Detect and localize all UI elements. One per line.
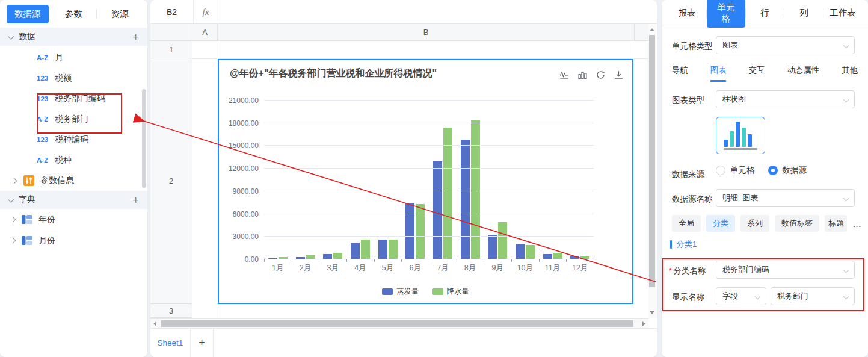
bar[interactable]	[433, 161, 442, 259]
subtab-chart[interactable]: 图表	[710, 60, 727, 83]
bar[interactable]	[378, 240, 387, 259]
more-chips-icon[interactable]: …	[852, 219, 862, 229]
tree-item-tax-amount[interactable]: 123 税额	[0, 68, 147, 88]
chart-type-select[interactable]: 柱状图	[716, 90, 855, 108]
vertical-scrollbar[interactable]	[648, 25, 656, 318]
bar[interactable]	[461, 140, 470, 259]
scroll-down-icon[interactable]	[650, 311, 654, 314]
formula-input[interactable]	[218, 0, 657, 23]
chip-series[interactable]: 系列	[740, 215, 769, 232]
tab-column[interactable]: 列	[784, 7, 823, 19]
display-name-type-select[interactable]: 字段	[716, 287, 766, 305]
chip-category[interactable]: 分类	[706, 215, 735, 232]
radio-cell[interactable]	[716, 166, 725, 175]
bar[interactable]	[526, 245, 535, 260]
chevron-down-icon	[843, 294, 849, 300]
tab-report[interactable]: 报表	[668, 7, 706, 19]
bar[interactable]	[361, 240, 370, 259]
chip-value-label[interactable]: 数值标签	[775, 215, 819, 232]
subtab-interaction[interactable]: 交互	[749, 60, 765, 83]
tab-cell[interactable]: 单元格	[707, 0, 745, 28]
y-tick-label: 12000.00	[219, 164, 259, 173]
download-icon[interactable]	[614, 70, 624, 80]
legend-item[interactable]: 降水量	[432, 287, 470, 297]
display-name-field-select[interactable]: 税务部门	[771, 287, 855, 305]
scroll-right-icon[interactable]	[642, 321, 645, 326]
tree-item-tax-dept[interactable]: A-Z 税务部门	[0, 109, 147, 129]
chart-gridlines	[264, 101, 594, 259]
subtab-navigation[interactable]: 导航	[672, 60, 688, 83]
grid-line	[635, 24, 635, 304]
tree-item-param-info[interactable]: 参数信息	[0, 170, 147, 191]
bar[interactable]	[498, 222, 507, 259]
dict-item-year[interactable]: 年份	[0, 209, 147, 230]
tree-item-tax-type[interactable]: A-Z 税种	[0, 150, 147, 170]
tree-item-month[interactable]: A-Z 月	[0, 48, 147, 68]
database-icon	[22, 215, 32, 224]
tab-row[interactable]: 行	[746, 7, 784, 19]
tab-datasource[interactable]: 数据源	[5, 5, 51, 23]
radio-datasource[interactable]	[768, 166, 778, 175]
line-chart-icon[interactable]	[559, 70, 570, 80]
x-tick-label: 3月	[319, 263, 346, 273]
y-tick-label: 9000.00	[219, 187, 259, 196]
vertical-scroll-thumb[interactable]	[649, 35, 655, 287]
column-header-b[interactable]: B	[218, 24, 635, 40]
bar[interactable]	[405, 203, 414, 259]
bar[interactable]	[416, 204, 425, 259]
category-name-select[interactable]: 税务部门编码	[716, 261, 855, 279]
bar[interactable]	[516, 244, 525, 259]
dict-item-label: 年份	[38, 214, 55, 225]
bar[interactable]	[488, 235, 497, 259]
chevron-down-icon	[843, 196, 849, 202]
column-header-a[interactable]: A	[192, 24, 218, 40]
section-header-dictionary[interactable]: 字典 +	[0, 191, 147, 209]
cell-type-select[interactable]: 图表	[716, 36, 855, 54]
chip-global[interactable]: 全局	[672, 215, 701, 232]
radio-datasource-label[interactable]: 数据源	[783, 165, 807, 176]
bar[interactable]	[351, 243, 360, 259]
subtab-other[interactable]: 其他	[842, 60, 858, 83]
chart-toolbar	[559, 70, 624, 80]
fx-icon[interactable]: fx	[194, 0, 218, 23]
bar[interactable]	[389, 240, 398, 259]
tree-item-tax-dept-code[interactable]: 123 税务部门编码	[0, 88, 147, 109]
tab-worksheet[interactable]: 工作表	[823, 7, 862, 19]
cell-name-box[interactable]: B2	[150, 0, 194, 23]
add-field-icon[interactable]: +	[132, 31, 139, 43]
section-title: 字典	[19, 194, 35, 205]
tab-parameters[interactable]: 参数	[51, 8, 97, 20]
bar-chart-type-button[interactable]	[716, 117, 765, 154]
radio-cell-label[interactable]: 单元格	[730, 165, 755, 176]
horizontal-scrollbar[interactable]	[150, 318, 648, 328]
row-header-3[interactable]: 3	[150, 304, 192, 318]
horizontal-scroll-thumb[interactable]	[161, 320, 633, 327]
add-sheet-button[interactable]: +	[191, 329, 214, 357]
x-tick-label: 8月	[457, 263, 484, 273]
dict-item-month[interactable]: 月份	[0, 230, 147, 251]
chip-title[interactable]: 标题	[825, 215, 847, 232]
bar-chart-icon[interactable]	[577, 70, 588, 80]
tree-scrollbar[interactable]	[142, 89, 146, 188]
subtab-dynamic-props[interactable]: 动态属性	[787, 60, 819, 83]
add-dictionary-icon[interactable]: +	[132, 194, 139, 206]
ds-name-select[interactable]: 明细_图表	[716, 189, 855, 207]
chart-xaxis: 1月2月3月4月5月6月7月8月9月10月11月12月	[264, 263, 594, 273]
select-all-corner[interactable]	[150, 24, 192, 40]
tree-item-label: 税额	[55, 73, 72, 84]
scroll-up-icon[interactable]	[650, 28, 654, 31]
sheet-tab-sheet1[interactable]: Sheet1	[150, 329, 191, 357]
refresh-icon[interactable]	[596, 70, 606, 80]
section-header-data[interactable]: 数据 +	[0, 28, 147, 46]
bar[interactable]	[443, 128, 452, 259]
chart-cell-b2[interactable]: @年份+"年各税务部门营业税和企业所得税情况" 0.003000.006000.…	[218, 59, 633, 304]
legend-item[interactable]: 蒸发量	[382, 287, 419, 297]
tree-item-tax-type-code[interactable]: 123 税种编码	[0, 129, 147, 150]
scroll-left-icon[interactable]	[153, 321, 156, 326]
row-header-1[interactable]: 1	[150, 41, 192, 58]
chart-legend: 蒸发量降水量	[219, 287, 632, 297]
tab-resources[interactable]: 资源	[97, 8, 143, 20]
bar[interactable]	[471, 120, 480, 259]
number-type-icon: 123	[37, 95, 55, 102]
row-header-2[interactable]: 2	[150, 58, 192, 304]
